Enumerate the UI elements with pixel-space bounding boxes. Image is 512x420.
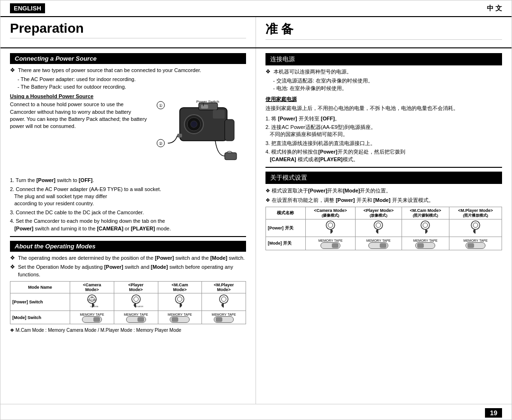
svg-rect-13 — [225, 119, 234, 141]
op-bullet1-text: The operating modes are determined by th… — [18, 255, 245, 262]
camera-svg: ① ② ③ — [151, 93, 246, 174]
zh-power-mcam — [402, 219, 449, 237]
zh-power-player — [356, 219, 402, 237]
svg-text:PLAYER: PLAYER — [87, 299, 97, 301]
bullet1-left: ❖ There are two types of power source th… — [10, 67, 246, 74]
mode-table-right: 模式名称 <Camera Mode>(摄像模式) <Player Mode>(放… — [265, 207, 502, 250]
svg-point-36 — [471, 221, 480, 229]
col-player-mode: <PlayerMode> — [114, 282, 158, 293]
mode-player: MEMORYTAPE — [114, 311, 158, 324]
right-household-body: 连接到家庭电源上后，不用担心电池的电量，不拆卜电池，电池的电量也不会消耗。 — [265, 104, 502, 112]
bullet-symbol-1: ❖ — [10, 67, 15, 74]
power-mplayer — [202, 293, 246, 311]
right-sub1: - 交流电源适配器: 在室内录像的时候使用。 — [273, 77, 502, 84]
section1-header-right: 连接电源 — [265, 53, 502, 65]
svg-point-26 — [175, 295, 184, 303]
svg-rect-15 — [225, 153, 237, 160]
chinese-label: 中 文 — [487, 4, 502, 13]
zh-mode-mcam: MEMORYTAPE — [402, 237, 449, 250]
op-bullet2: ❖ Set the Operation Mode by adjusting [P… — [10, 264, 246, 278]
tape-switch-3: MEMORYTAPE — [169, 313, 191, 323]
zh-col-mcam: <M.Cam Mode>(照片摄制模式) — [402, 207, 449, 219]
svg-point-23 — [132, 295, 140, 303]
page-number: 19 — [485, 408, 502, 418]
svg-rect-12 — [213, 110, 225, 119]
svg-rect-11 — [201, 105, 208, 109]
step2-left: 2. Connect the AC Power adapter (AA-E9 T… — [10, 186, 246, 208]
svg-rect-14 — [177, 134, 182, 137]
bottom-bar: 19 — [0, 404, 512, 420]
right-step1: 1. 将 [Power] 开关转至 [OFF]。 — [265, 115, 502, 122]
right-op-bullet1: ❖ 模式设置取决于[Power]开关和[Mode]开关的位置。 — [265, 187, 502, 195]
power-player: PLAYER — [114, 293, 158, 311]
right-bullet-symbol-1: ❖ — [265, 68, 271, 75]
col-camera-mode: <CameraMode> — [70, 282, 114, 293]
svg-text:PLAYER: PLAYER — [136, 305, 143, 308]
tape-switch-1: MEMORYTAPE — [82, 313, 103, 323]
sub-item-2: - The Battery Pack: used for outdoor rec… — [18, 83, 246, 91]
zh-table-row-mode: [Mode] 开关 MEMORYTAPE MEMORYTAPE — [266, 237, 502, 250]
page-title-right: 准 备 — [265, 21, 502, 40]
zh-tape-1: MEMORYTAPE — [320, 239, 341, 249]
right-step2: 2. 连接AC Power适配器(AA-E9型)到电源插座。 不同的国家插座和插… — [265, 124, 502, 138]
svg-point-33 — [376, 223, 381, 228]
mode-table-left: Mode Name <CameraMode> <PlayerMode> <M.C… — [10, 281, 246, 324]
zh-mode-camera: MEMORYTAPE — [305, 237, 355, 250]
svg-point-34 — [421, 221, 430, 229]
op-bullet2-text: Set the Operation Mode by adjusting [Pow… — [18, 264, 246, 278]
english-label: ENGLISH — [10, 3, 45, 13]
step3-left: 3. Connect the DC cable to the DC jack o… — [10, 209, 246, 216]
household-body: Connect to a house hold power source to … — [10, 101, 147, 130]
sub-list-1: - The AC Power adapter: used for indoor … — [18, 76, 246, 91]
op-bullet-symbol-2: ❖ — [10, 264, 15, 278]
op-bullet-symbol-1: ❖ — [10, 255, 15, 262]
svg-text:②: ② — [159, 141, 163, 146]
right-numbered-steps: 1. 将 [Power] 开关转至 [OFF]。 2. 连接AC Power适配… — [265, 115, 502, 163]
sub-item-1: - The AC Power adapter: used for indoor … — [18, 76, 246, 83]
tape-switch-2: MEMORYTAPE — [125, 313, 146, 323]
section2-header-left: About the Operating Modes — [10, 241, 246, 252]
page-title-left: Preparation — [10, 21, 246, 38]
right-sub-list: - 交流电源适配器: 在室内录像的时候使用。 - 电池: 在室外录像的时候使用。 — [273, 77, 502, 92]
tape-switch-4: MEMORYTAPE — [213, 313, 235, 323]
right-op-bullet2: ❖ 在设置所有功能之前，调整 [Power] 开关和 [Mode] 开关来设置模… — [265, 196, 502, 204]
svg-point-27 — [177, 297, 182, 301]
household-title: Using a Household Power Source — [10, 93, 147, 99]
svg-text:CAMERA: CAMERA — [90, 305, 98, 308]
zh-table-row-power: [Power] 开关 — [266, 219, 502, 237]
svg-point-24 — [134, 297, 138, 301]
table-row-mode: [Mode] Switch MEMORYTAPE MEMORYTAPE — [10, 311, 246, 324]
right-step4: 4. 模式转换的时候按住[Power]开关的突起处，然后把它拨到 [CAMERA… — [265, 148, 502, 163]
zh-power-label: [Power] 开关 — [266, 219, 306, 237]
zh-power-mplayer — [449, 219, 502, 237]
zh-col-mode-name: 模式名称 — [266, 207, 306, 219]
numbered-steps-left: 1. Turn the [Power] switch to [OFF]. 2. … — [10, 177, 246, 232]
mode-camera: MEMORYTAPE — [70, 311, 114, 324]
right-bullet1: ❖ 本机器可以连接两种型号的电源。 — [265, 68, 502, 75]
zh-col-player: <Player Mode>(放像模式) — [356, 207, 402, 219]
zh-mode-player: MEMORYTAPE — [356, 237, 402, 250]
right-step3: 3. 把直流电源线连接到机器的直流电源接口上。 — [265, 140, 502, 147]
zh-col-camera: <Camera Mode>(摄像模式) — [305, 207, 355, 219]
zh-mode-label: [Mode] 开关 — [266, 237, 306, 250]
zh-tape-2: MEMORYTAPE — [368, 239, 389, 249]
camera-diagram: ① ② ③ — [151, 93, 246, 174]
zh-power-camera — [305, 219, 355, 237]
mode-switch-label: [Mode] Switch — [10, 311, 70, 324]
section1-header-left: Connecting a Power Source — [10, 53, 246, 64]
svg-point-37 — [473, 223, 478, 228]
mode-mcam: MEMORYTAPE — [158, 311, 202, 324]
svg-point-29 — [221, 297, 226, 301]
svg-point-30 — [326, 221, 335, 229]
col-mode-name: Mode Name — [10, 282, 70, 293]
right-household-title: 使用家庭电源 — [265, 96, 502, 103]
right-bullet1-text: 本机器可以连接两种型号的电源。 — [274, 68, 352, 75]
zh-col-mplayer: <M.Player Mode>(照片播放模式) — [449, 207, 502, 219]
step4-left: 4. Set the Camcorder to each mode by hol… — [10, 218, 246, 232]
svg-text:Power Switch: Power Switch — [196, 100, 219, 104]
right-household-block: 使用家庭电源 连接到家庭电源上后，不用担心电池的电量，不拆卜电池，电池的电量也不… — [265, 96, 502, 112]
svg-point-28 — [219, 295, 228, 303]
zh-tape-3: MEMORYTAPE — [415, 239, 436, 249]
mode-mplayer: MEMORYTAPE — [202, 311, 246, 324]
footer-note: ❖ M.Cam Mode : Memory Camera Mode / M.Pl… — [10, 327, 246, 334]
